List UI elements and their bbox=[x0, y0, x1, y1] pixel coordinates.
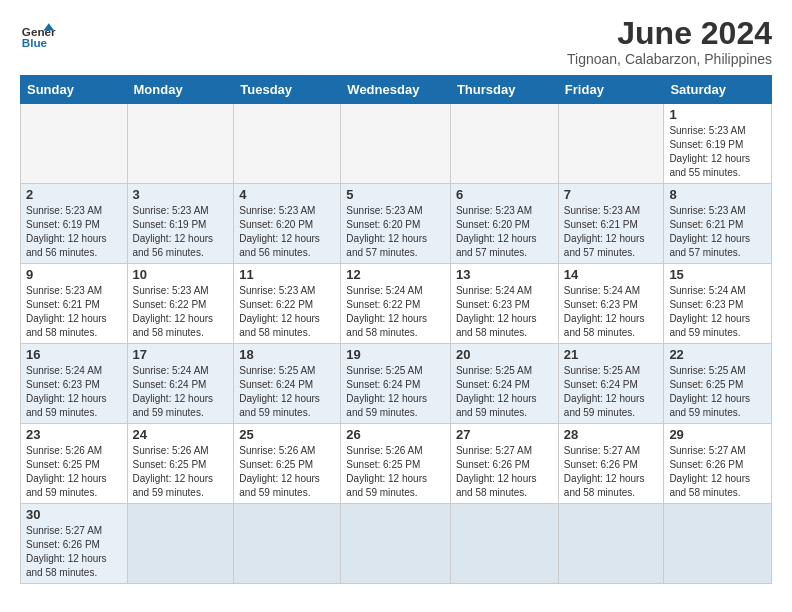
day-info: Sunrise: 5:27 AM Sunset: 6:26 PM Dayligh… bbox=[26, 524, 122, 580]
table-row: 13Sunrise: 5:24 AM Sunset: 6:23 PM Dayli… bbox=[450, 264, 558, 344]
month-title: June 2024 bbox=[567, 16, 772, 51]
page-header: General Blue June 2024 Tignoan, Calabarz… bbox=[20, 16, 772, 67]
table-row: 11Sunrise: 5:23 AM Sunset: 6:22 PM Dayli… bbox=[234, 264, 341, 344]
table-row: 26Sunrise: 5:26 AM Sunset: 6:25 PM Dayli… bbox=[341, 424, 451, 504]
calendar-week-row: 2Sunrise: 5:23 AM Sunset: 6:19 PM Daylig… bbox=[21, 184, 772, 264]
title-block: June 2024 Tignoan, Calabarzon, Philippin… bbox=[567, 16, 772, 67]
table-row bbox=[664, 504, 772, 584]
day-number: 30 bbox=[26, 507, 122, 522]
day-number: 28 bbox=[564, 427, 659, 442]
table-row: 6Sunrise: 5:23 AM Sunset: 6:20 PM Daylig… bbox=[450, 184, 558, 264]
day-number: 19 bbox=[346, 347, 445, 362]
table-row bbox=[21, 104, 128, 184]
day-info: Sunrise: 5:27 AM Sunset: 6:26 PM Dayligh… bbox=[456, 444, 553, 500]
day-info: Sunrise: 5:27 AM Sunset: 6:26 PM Dayligh… bbox=[564, 444, 659, 500]
day-info: Sunrise: 5:24 AM Sunset: 6:23 PM Dayligh… bbox=[669, 284, 766, 340]
day-number: 9 bbox=[26, 267, 122, 282]
day-info: Sunrise: 5:24 AM Sunset: 6:23 PM Dayligh… bbox=[456, 284, 553, 340]
header-wednesday: Wednesday bbox=[341, 76, 451, 104]
table-row bbox=[450, 104, 558, 184]
day-number: 24 bbox=[133, 427, 229, 442]
header-monday: Monday bbox=[127, 76, 234, 104]
table-row: 21Sunrise: 5:25 AM Sunset: 6:24 PM Dayli… bbox=[558, 344, 664, 424]
table-row: 14Sunrise: 5:24 AM Sunset: 6:23 PM Dayli… bbox=[558, 264, 664, 344]
day-number: 7 bbox=[564, 187, 659, 202]
day-number: 21 bbox=[564, 347, 659, 362]
table-row: 23Sunrise: 5:26 AM Sunset: 6:25 PM Dayli… bbox=[21, 424, 128, 504]
day-info: Sunrise: 5:25 AM Sunset: 6:25 PM Dayligh… bbox=[669, 364, 766, 420]
table-row bbox=[127, 504, 234, 584]
header-tuesday: Tuesday bbox=[234, 76, 341, 104]
day-info: Sunrise: 5:23 AM Sunset: 6:19 PM Dayligh… bbox=[669, 124, 766, 180]
table-row bbox=[341, 104, 451, 184]
day-info: Sunrise: 5:24 AM Sunset: 6:22 PM Dayligh… bbox=[346, 284, 445, 340]
header-sunday: Sunday bbox=[21, 76, 128, 104]
day-number: 25 bbox=[239, 427, 335, 442]
day-info: Sunrise: 5:24 AM Sunset: 6:24 PM Dayligh… bbox=[133, 364, 229, 420]
table-row bbox=[127, 104, 234, 184]
logo-icon: General Blue bbox=[20, 16, 56, 52]
table-row: 19Sunrise: 5:25 AM Sunset: 6:24 PM Dayli… bbox=[341, 344, 451, 424]
table-row bbox=[341, 504, 451, 584]
location-subtitle: Tignoan, Calabarzon, Philippines bbox=[567, 51, 772, 67]
day-info: Sunrise: 5:24 AM Sunset: 6:23 PM Dayligh… bbox=[26, 364, 122, 420]
day-number: 2 bbox=[26, 187, 122, 202]
calendar-table: Sunday Monday Tuesday Wednesday Thursday… bbox=[20, 75, 772, 584]
header-friday: Friday bbox=[558, 76, 664, 104]
table-row: 28Sunrise: 5:27 AM Sunset: 6:26 PM Dayli… bbox=[558, 424, 664, 504]
day-number: 29 bbox=[669, 427, 766, 442]
day-info: Sunrise: 5:26 AM Sunset: 6:25 PM Dayligh… bbox=[133, 444, 229, 500]
day-number: 6 bbox=[456, 187, 553, 202]
table-row: 30Sunrise: 5:27 AM Sunset: 6:26 PM Dayli… bbox=[21, 504, 128, 584]
day-info: Sunrise: 5:23 AM Sunset: 6:20 PM Dayligh… bbox=[239, 204, 335, 260]
day-number: 18 bbox=[239, 347, 335, 362]
day-number: 13 bbox=[456, 267, 553, 282]
day-number: 10 bbox=[133, 267, 229, 282]
day-info: Sunrise: 5:23 AM Sunset: 6:22 PM Dayligh… bbox=[133, 284, 229, 340]
day-number: 27 bbox=[456, 427, 553, 442]
table-row: 7Sunrise: 5:23 AM Sunset: 6:21 PM Daylig… bbox=[558, 184, 664, 264]
table-row bbox=[558, 504, 664, 584]
day-number: 16 bbox=[26, 347, 122, 362]
table-row: 18Sunrise: 5:25 AM Sunset: 6:24 PM Dayli… bbox=[234, 344, 341, 424]
table-row: 9Sunrise: 5:23 AM Sunset: 6:21 PM Daylig… bbox=[21, 264, 128, 344]
day-number: 11 bbox=[239, 267, 335, 282]
day-info: Sunrise: 5:25 AM Sunset: 6:24 PM Dayligh… bbox=[564, 364, 659, 420]
table-row: 15Sunrise: 5:24 AM Sunset: 6:23 PM Dayli… bbox=[664, 264, 772, 344]
day-number: 23 bbox=[26, 427, 122, 442]
day-info: Sunrise: 5:26 AM Sunset: 6:25 PM Dayligh… bbox=[346, 444, 445, 500]
day-info: Sunrise: 5:23 AM Sunset: 6:20 PM Dayligh… bbox=[346, 204, 445, 260]
day-info: Sunrise: 5:26 AM Sunset: 6:25 PM Dayligh… bbox=[239, 444, 335, 500]
table-row: 10Sunrise: 5:23 AM Sunset: 6:22 PM Dayli… bbox=[127, 264, 234, 344]
table-row: 25Sunrise: 5:26 AM Sunset: 6:25 PM Dayli… bbox=[234, 424, 341, 504]
header-thursday: Thursday bbox=[450, 76, 558, 104]
table-row: 20Sunrise: 5:25 AM Sunset: 6:24 PM Dayli… bbox=[450, 344, 558, 424]
day-number: 26 bbox=[346, 427, 445, 442]
day-number: 5 bbox=[346, 187, 445, 202]
table-row: 1Sunrise: 5:23 AM Sunset: 6:19 PM Daylig… bbox=[664, 104, 772, 184]
calendar-header-row: Sunday Monday Tuesday Wednesday Thursday… bbox=[21, 76, 772, 104]
table-row: 16Sunrise: 5:24 AM Sunset: 6:23 PM Dayli… bbox=[21, 344, 128, 424]
table-row: 8Sunrise: 5:23 AM Sunset: 6:21 PM Daylig… bbox=[664, 184, 772, 264]
day-info: Sunrise: 5:23 AM Sunset: 6:19 PM Dayligh… bbox=[26, 204, 122, 260]
table-row: 29Sunrise: 5:27 AM Sunset: 6:26 PM Dayli… bbox=[664, 424, 772, 504]
day-number: 12 bbox=[346, 267, 445, 282]
day-number: 14 bbox=[564, 267, 659, 282]
logo: General Blue bbox=[20, 16, 56, 52]
table-row: 12Sunrise: 5:24 AM Sunset: 6:22 PM Dayli… bbox=[341, 264, 451, 344]
day-info: Sunrise: 5:23 AM Sunset: 6:20 PM Dayligh… bbox=[456, 204, 553, 260]
table-row bbox=[234, 504, 341, 584]
day-number: 1 bbox=[669, 107, 766, 122]
table-row bbox=[450, 504, 558, 584]
table-row: 4Sunrise: 5:23 AM Sunset: 6:20 PM Daylig… bbox=[234, 184, 341, 264]
day-number: 8 bbox=[669, 187, 766, 202]
calendar-week-row: 1Sunrise: 5:23 AM Sunset: 6:19 PM Daylig… bbox=[21, 104, 772, 184]
table-row: 17Sunrise: 5:24 AM Sunset: 6:24 PM Dayli… bbox=[127, 344, 234, 424]
calendar-week-row: 16Sunrise: 5:24 AM Sunset: 6:23 PM Dayli… bbox=[21, 344, 772, 424]
day-number: 4 bbox=[239, 187, 335, 202]
svg-text:Blue: Blue bbox=[22, 36, 48, 49]
day-info: Sunrise: 5:23 AM Sunset: 6:21 PM Dayligh… bbox=[26, 284, 122, 340]
day-number: 15 bbox=[669, 267, 766, 282]
day-info: Sunrise: 5:25 AM Sunset: 6:24 PM Dayligh… bbox=[346, 364, 445, 420]
table-row bbox=[558, 104, 664, 184]
